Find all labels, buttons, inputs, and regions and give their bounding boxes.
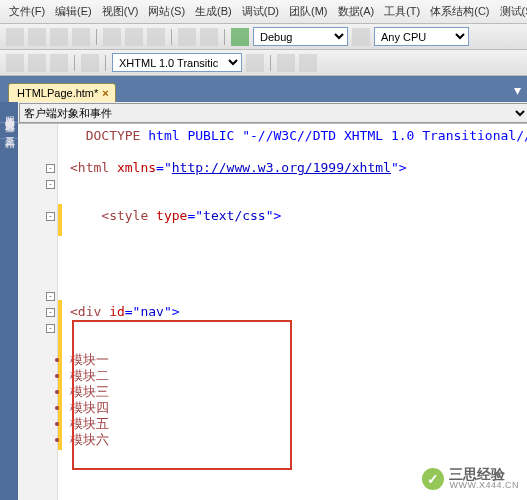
side-tab-server[interactable]: 服务器资源管理器 xyxy=(0,102,18,123)
menu-item[interactable]: 视图(V) xyxy=(97,2,144,21)
cut-icon[interactable] xyxy=(103,28,121,46)
fold-icon[interactable]: - xyxy=(46,212,55,221)
bookmark-icon[interactable] xyxy=(81,54,99,72)
comment-icon[interactable] xyxy=(50,54,68,72)
toolbar-html: XHTML 1.0 Transitic xyxy=(0,50,527,76)
menu-item[interactable]: 调试(D) xyxy=(237,2,284,21)
menu-item[interactable]: 数据(A) xyxy=(333,2,380,21)
objects-combo[interactable]: 客户端对象和事件 xyxy=(19,103,527,123)
tab-htmlpage[interactable]: HTMLPage.htm* × xyxy=(8,83,116,102)
menu-item[interactable]: 团队(M) xyxy=(284,2,333,21)
code-content[interactable]: DOCTYPE html PUBLIC "-//W3C//DTD XHTML 1… xyxy=(58,124,527,500)
menu-item[interactable]: 编辑(E) xyxy=(50,2,97,21)
close-icon[interactable]: × xyxy=(102,87,108,99)
saveall-icon[interactable] xyxy=(72,28,90,46)
outline-gutter[interactable]: - - - - - - xyxy=(18,124,58,500)
platform-combo[interactable]: Any CPU xyxy=(374,27,469,46)
document-tabs: HTMLPage.htm* × ▾ xyxy=(0,76,527,102)
menu-item[interactable]: 工具(T) xyxy=(379,2,425,21)
copy-icon[interactable] xyxy=(125,28,143,46)
validate-icon[interactable] xyxy=(246,54,264,72)
extra1-icon[interactable] xyxy=(277,54,295,72)
tab-label: HTMLPage.htm* xyxy=(17,87,98,99)
fold-icon[interactable]: - xyxy=(46,308,55,317)
open-icon[interactable] xyxy=(28,28,46,46)
extra2-icon[interactable] xyxy=(299,54,317,72)
fold-icon[interactable]: - xyxy=(46,180,55,189)
outdent-icon[interactable] xyxy=(6,54,24,72)
menu-item[interactable]: 测试(S) xyxy=(495,2,527,21)
toolbar-main: Debug Any CPU xyxy=(0,24,527,50)
fold-icon[interactable]: - xyxy=(46,324,55,333)
fold-icon[interactable]: - xyxy=(46,292,55,301)
save-icon[interactable] xyxy=(50,28,68,46)
indent-icon[interactable] xyxy=(28,54,46,72)
code-nav-bar: 客户端对象和事件 (无事件 xyxy=(18,102,527,124)
side-tab-toolbox[interactable]: 工具箱 xyxy=(0,123,18,139)
undo-icon[interactable] xyxy=(178,28,196,46)
menu-bar: 文件(F)编辑(E)视图(V)网站(S)生成(B)调试(D)团队(M)数据(A)… xyxy=(0,0,527,24)
run-icon[interactable] xyxy=(231,28,249,46)
code-editor[interactable]: - - - - - - DOCTYPE html PUBLIC "-//W3C/… xyxy=(18,124,527,500)
config-combo[interactable]: Debug xyxy=(253,27,348,46)
watermark-icon: ✓ xyxy=(422,468,444,490)
side-tool-tabs: 服务器资源管理器 工具箱 xyxy=(0,102,18,500)
fold-icon[interactable]: - xyxy=(46,164,55,173)
doctype-combo[interactable]: XHTML 1.0 Transitic xyxy=(112,53,242,72)
menu-item[interactable]: 生成(B) xyxy=(190,2,237,21)
watermark-brand: 三思经验 xyxy=(449,467,519,481)
redo-icon[interactable] xyxy=(200,28,218,46)
tab-overflow-icon[interactable]: ▾ xyxy=(514,82,527,102)
menu-item[interactable]: 网站(S) xyxy=(143,2,190,21)
cfg-icon[interactable] xyxy=(352,28,370,46)
watermark: ✓ 三思经验 WWW.X444.CN xyxy=(422,467,519,490)
menu-item[interactable]: 体系结构(C) xyxy=(425,2,494,21)
paste-icon[interactable] xyxy=(147,28,165,46)
watermark-url: WWW.X444.CN xyxy=(449,481,519,490)
new-icon[interactable] xyxy=(6,28,24,46)
menu-item[interactable]: 文件(F) xyxy=(4,2,50,21)
